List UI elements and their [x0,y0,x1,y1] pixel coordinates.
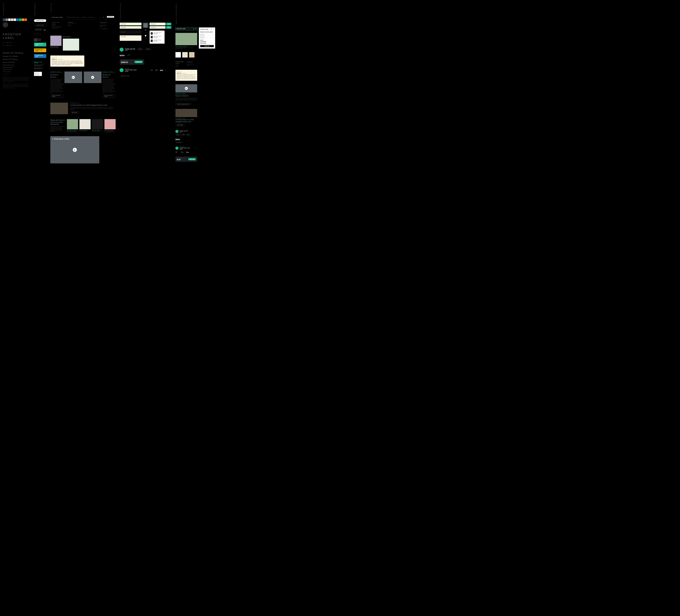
product-card[interactable]: Shrums Sheet LabelsThis is the regular l… [105,119,116,133]
mf-link[interactable]: 1.877.277.4682 [187,62,197,63]
bp-row[interactable]: Size entry 3› [200,37,214,39]
nav-item[interactable]: BROWSE CUSTOM LABELS [67,17,79,18]
user-icon[interactable]: ☻ [211,29,212,30]
product-card[interactable]: Square Roll LabelsThe best fit! everythi… [92,119,103,133]
bp-row[interactable]: Size entry 1› [200,33,214,35]
social-ico[interactable]: ✕ [5,45,6,46]
product-card[interactable]: Die-cut Roll LabelsStarting at $0.069 pe… [79,119,91,133]
nav-item[interactable]: CUSTOMERS [81,17,87,18]
next-button[interactable]: NEXT [166,26,171,29]
footer-link[interactable]: ABOUT US [52,25,66,26]
drop-item[interactable]: 0.93" x 0.93" Custom PerforatedCustom La… [151,35,164,39]
read-story-button[interactable]: READ THE WHOLE STORY [175,103,191,105]
social-ico[interactable]: ✕ [102,28,103,29]
spec-accordion[interactable]: + Specifications [175,142,197,143]
product-card[interactable]: Die-cut Roll Labels Starting at $0.069 p… [50,36,61,51]
footer-head: CUSTOMERS [68,22,82,23]
footer-link[interactable]: RESPONSIVE LABELS [52,27,66,28]
social-ico[interactable]: ▸ [107,28,108,29]
social-ico[interactable]: ✕ [5,42,6,43]
footer-link[interactable]: OUR PROCESS [52,28,66,29]
mf-link[interactable]: About Us [175,64,186,65]
mf-link[interactable]: Products [175,65,186,66]
pill-tiny[interactable]: — [34,33,41,35]
next-button[interactable]: NEXT [166,23,171,25]
user-icon[interactable]: ☻ [193,28,194,29]
logo-bug: ✦ [3,22,8,27]
social-ico[interactable]: ▸ [11,42,12,43]
video-thumb[interactable]: ▶ [64,71,82,83]
mh-logo[interactable]: FRONTIER LABEL [176,28,186,29]
close-icon[interactable]: ✕ [165,69,166,71]
radio-unchecked[interactable] [145,32,146,34]
social-ico[interactable]: ◉ [104,28,105,29]
chip-gold[interactable]: ☰ SOME CHIP TEXT [34,49,46,52]
social-ico[interactable]: ▸ [11,45,12,46]
social-ico[interactable]: ⊞ [9,45,10,46]
hero-video[interactable]: ✦ Methodical Coffee ▶ [50,136,99,164]
pill-outline[interactable]: SAMPLE TEXT [34,24,46,27]
textarea[interactable]: Label Name [120,35,141,41]
pill-solid[interactable]: SAMPLE TEXT [34,19,46,22]
social-ico[interactable]: ◫ [100,28,101,29]
mf-link[interactable]: Gallery [175,66,186,67]
close-icon[interactable]: ✕ [213,29,214,30]
read-story-button[interactable]: READ THE WHOLE STORY [103,94,116,98]
video-thumb[interactable]: ▶ [84,71,102,83]
story-loc: GREENVILLE, SOUTH CAROLINA [50,72,63,73]
social-ico[interactable]: ◫ [3,45,4,46]
text-input[interactable]: Placeholder [150,26,166,29]
text-input-focused[interactable]: Label Name [120,23,141,25]
text-input[interactable]: Placeholder [150,23,166,25]
drop-item[interactable]: 0.93" x 0.93" Custom PerforatedCustom La… [151,32,164,35]
social-ico[interactable]: ⊞ [105,28,106,29]
footer-link[interactable]: 1.877.277.4682 [100,23,114,24]
social-ico[interactable]: ◉ [7,42,8,43]
link-past-orders[interactable]: VIEW ALL PAST ORDERS → [34,61,46,63]
bp-row[interactable]: Size entry 2› [200,35,214,37]
text-input-dark[interactable]: Typed text [120,31,141,33]
social-ico[interactable]: ⊞ [9,42,10,43]
mh-logo[interactable]: FRONTIER LABEL [200,29,208,30]
link-browse[interactable]: BROWSE CATALOG CATEGORIES → [34,64,46,66]
chip-teal[interactable]: ☰ SOME CHIP TEXT [34,43,46,47]
design-now-button[interactable]: DESIGN NOW [107,16,114,18]
footer-link[interactable]: FAQS [68,24,82,25]
nav-item[interactable]: RESOURCES [88,17,94,18]
read-more-button[interactable]: READ MORE [175,124,185,126]
header-logo[interactable]: FRONTIER LABEL [52,17,63,18]
user-icon[interactable]: ☻ [100,17,101,18]
product-image [79,119,91,129]
browse-mini-card[interactable]: Size entry 1› Size entry 2› [34,72,42,76]
accordion-row[interactable]: + Materials & Finish [120,75,171,77]
checkbox-checked[interactable]: ✓ [145,35,146,36]
product-card[interactable]: Custom Die-cut LabelsThis is the regular… [67,119,78,133]
close-icon[interactable]: ✕ [196,147,197,149]
video-thumb[interactable]: ▶ [175,84,197,92]
footer-link[interactable]: PRODUCT GALLERY [68,23,82,24]
menu-icon[interactable]: ☰ [195,28,196,29]
checkout-button[interactable]: CHECK OUT [188,158,196,160]
checkbox-unchecked[interactable] [145,38,146,39]
text-input[interactable]: Label Name [120,26,141,29]
bp-order-button[interactable]: ORDER NOW [200,45,214,47]
drop-item[interactable]: 0.93" x 0.93" Custom PerforatedCustom La… [151,39,164,42]
search-icon[interactable]: ⌕ [96,17,97,18]
read-story-button[interactable]: READ THE WHOLE STORY [50,94,63,98]
chip-blue[interactable]: ☰ SOME CHIP TEXT [34,54,46,58]
bp-cust[interactable]: CUSTOMERS [200,41,214,42]
order-pill[interactable]: ORDER NOW [34,29,43,31]
cart-icon[interactable]: 🛒 [103,17,104,18]
social-ico[interactable]: ◫ [3,42,4,43]
radio-checked[interactable] [145,29,146,31]
checkout-button[interactable]: CHECK OUT [134,61,143,63]
bp-res[interactable]: RESOURCES [200,43,214,43]
line-name: Faculty Coffee Labels Green [125,69,149,72]
pt: Shrums Sheet Labels [105,130,116,131]
footer-link[interactable]: WORLDWIDE PRODUCTS [52,26,66,27]
bp-about[interactable]: ABOUT [200,40,214,41]
link-online[interactable]: BROWSE ONLINE CATEGORIES → [34,67,46,69]
footer-link[interactable]: REVIEWS [68,25,82,26]
social-ico[interactable]: ◉ [7,45,8,46]
read-more-button[interactable]: READ MORE [70,111,79,114]
